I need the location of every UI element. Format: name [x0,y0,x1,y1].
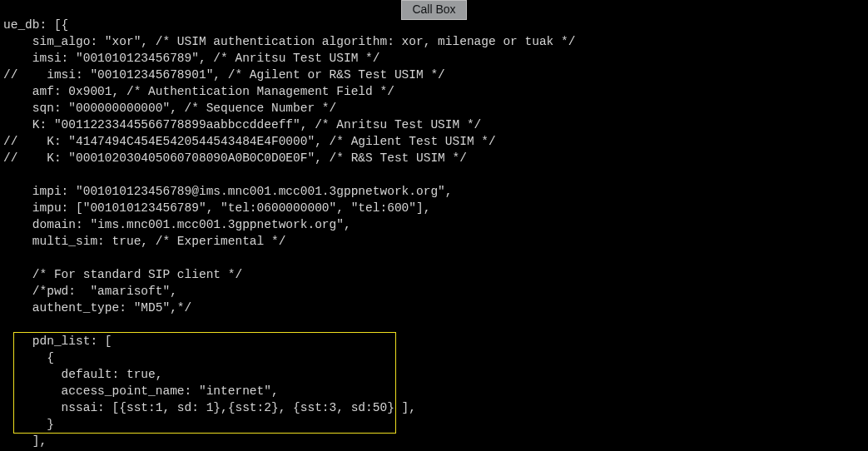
code-line: sqn: "000000000000", /* Sequence Number … [3,100,575,116]
code-line: ue_db: [{ [3,17,575,33]
code-line: authent_type: "MD5",*/ [3,300,575,316]
code-line: domain: "ims.mnc001.mcc001.3gppnetwork.o… [3,216,575,233]
code-area: ue_db: [{ sim_algo: "xor", /* USIM authe… [3,17,575,449]
code-line: /*pwd: "amarisoft", [3,283,575,300]
code-line: nssai: [{sst:1, sd: 1},{sst:2}, {sst:3, … [3,399,575,416]
code-line: ], [3,433,575,449]
code-line: multi_sim: true, /* Experimental */ [3,233,575,250]
code-line [3,250,575,266]
code-line: { [3,349,575,366]
code-line: impi: "001010123456789@ims.mnc001.mcc001… [3,183,575,200]
code-line: pdn_list: [ [3,333,575,349]
code-line: /* For standard SIP client */ [3,266,575,283]
code-line: K: "00112233445566778899aabbccddeeff", /… [3,116,575,133]
code-line: impu: ["001010123456789", "tel:060000000… [3,200,575,216]
code-line: sim_algo: "xor", /* USIM authentication … [3,33,575,50]
code-line: default: true, [3,366,575,383]
code-line: // K: "000102030405060708090A0B0C0D0E0F"… [3,150,575,166]
code-line: // imsi: "001012345678901", /* Agilent o… [3,67,575,83]
code-line: imsi: "001010123456789", /* Anritsu Test… [3,50,575,67]
code-line: access_point_name: "internet", [3,383,575,399]
code-line: // K: "4147494C454E5420544543484E4F0000"… [3,133,575,150]
code-line [3,316,575,333]
code-line [3,166,575,183]
code-line: amf: 0x9001, /* Authentication Managemen… [3,83,575,100]
code-line: } [3,416,575,433]
